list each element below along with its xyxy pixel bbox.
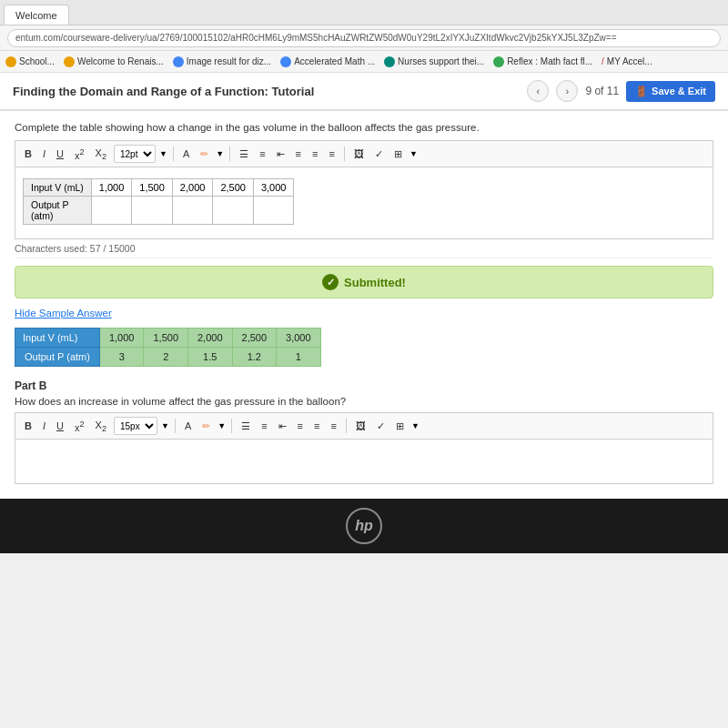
table-output-val-1[interactable] bbox=[91, 197, 132, 225]
toolbar-divider-3 bbox=[344, 147, 345, 161]
chars-used: Characters used: 57 / 15000 bbox=[15, 239, 713, 258]
align-right-button[interactable]: ≡ bbox=[325, 147, 338, 160]
bookmark-label-math: Accelerated Math ... bbox=[294, 56, 375, 66]
nav-next-icon: › bbox=[566, 86, 570, 96]
page-title: Finding the Domain and Range of a Functi… bbox=[13, 85, 314, 98]
bookmark-label-school: School... bbox=[19, 56, 55, 66]
bookmark-reflex[interactable]: Reflex : Math fact fl... bbox=[493, 56, 592, 67]
sample-output-3: 1.5 bbox=[188, 348, 233, 367]
font-size-select-a[interactable]: 12pt 14pt 16pt bbox=[114, 145, 156, 163]
sample-output-4: 1.2 bbox=[232, 348, 277, 367]
image-button[interactable]: 🖼 bbox=[350, 147, 368, 160]
part-b-divider-3 bbox=[346, 419, 347, 433]
part-b-bold-button[interactable]: B bbox=[21, 420, 35, 432]
nav-prev-button[interactable]: ‹ bbox=[527, 80, 549, 102]
toolbar-divider-1 bbox=[173, 147, 174, 161]
part-a-editor[interactable]: Input V (mL) 1,000 1,500 2,000 2,500 3,0… bbox=[15, 167, 713, 239]
part-b-toolbar: B I U x2 X2 15px 12px 14px 16px ▼ A ✏ ▼ … bbox=[15, 412, 713, 439]
bookmark-nurses[interactable]: Nurses support thei... bbox=[384, 56, 484, 67]
bookmark-school[interactable]: School... bbox=[5, 56, 55, 67]
part-b-dropdown-icon-3: ▼ bbox=[411, 421, 420, 430]
part-b-dropdown-icon: ▼ bbox=[161, 421, 169, 430]
table-output-val-3[interactable] bbox=[172, 197, 213, 225]
input-table: Input V (mL) 1,000 1,500 2,000 2,500 3,0… bbox=[23, 178, 294, 225]
sample-input-1: 1,000 bbox=[99, 329, 144, 348]
part-b-align-right-button[interactable]: ≡ bbox=[327, 420, 339, 432]
list-ordered-button[interactable]: ≡ bbox=[256, 147, 268, 160]
bookmark-welcome[interactable]: Welcome to Renais... bbox=[64, 56, 164, 67]
active-tab[interactable]: Welcome bbox=[4, 5, 69, 25]
toolbar-divider-2 bbox=[229, 147, 230, 161]
address-bar[interactable]: entum.com/courseware-delivery/ua/2769/10… bbox=[7, 29, 721, 47]
table-output-val-4[interactable] bbox=[213, 197, 254, 225]
table-input-val-5: 3,000 bbox=[253, 179, 294, 197]
part-b-italic-button[interactable]: I bbox=[39, 420, 49, 432]
part-b-subscript-button[interactable]: X2 bbox=[92, 419, 110, 434]
part-b-align-left-button[interactable]: ≡ bbox=[294, 420, 307, 432]
part-b-table-button[interactable]: ⊞ bbox=[392, 420, 408, 433]
part-b-superscript-button[interactable]: x2 bbox=[71, 419, 88, 434]
sample-input-4: 2,500 bbox=[232, 329, 277, 348]
table-input-val-2: 1,500 bbox=[132, 179, 173, 197]
part-b-check-button[interactable]: ✓ bbox=[373, 420, 389, 433]
bookmark-math[interactable]: Accelerated Math ... bbox=[280, 56, 375, 67]
bookmark-image[interactable]: Image result for diz... bbox=[173, 56, 271, 67]
save-exit-label: Save & Exit bbox=[652, 86, 706, 96]
table-button[interactable]: ⊞ bbox=[390, 147, 406, 161]
part-a-question: Complete the table showing how a change … bbox=[15, 111, 713, 140]
sample-input-3: 2,000 bbox=[188, 329, 233, 348]
part-b-image-button[interactable]: 🖼 bbox=[352, 420, 369, 432]
bookmark-label-accel: MY Accel... bbox=[607, 56, 652, 66]
sample-input-5: 3,000 bbox=[277, 329, 321, 348]
main-content: Complete the table showing how a change … bbox=[0, 111, 728, 499]
table-output-val-2[interactable] bbox=[132, 197, 173, 225]
hp-logo: hp bbox=[346, 508, 382, 544]
table-output-val-5[interactable] bbox=[253, 197, 294, 225]
bookmark-label-welcome: Welcome to Renais... bbox=[77, 56, 164, 66]
indent-button[interactable]: ⇤ bbox=[273, 147, 288, 161]
align-left-button[interactable]: ≡ bbox=[292, 147, 305, 160]
toolbar-dropdown-icon-3: ▼ bbox=[410, 149, 418, 158]
italic-button[interactable]: I bbox=[39, 147, 49, 160]
underline-button[interactable]: U bbox=[53, 147, 67, 160]
part-b-editor[interactable] bbox=[15, 439, 713, 484]
nav-next-button[interactable]: › bbox=[556, 80, 578, 102]
subscript-button[interactable]: X2 bbox=[92, 147, 110, 162]
bookmark-icon-school bbox=[5, 56, 16, 67]
part-b-highlight-button[interactable]: ✏ bbox=[198, 420, 214, 433]
part-b-dropdown-icon-2: ▼ bbox=[217, 421, 226, 430]
submitted-label: Submitted! bbox=[344, 276, 406, 289]
sample-output-2: 2 bbox=[144, 348, 188, 367]
list-unordered-button[interactable]: ☰ bbox=[236, 147, 252, 161]
bookmark-label-reflex: Reflex : Math fact fl... bbox=[507, 56, 592, 66]
highlight-button[interactable]: ✏ bbox=[197, 147, 212, 161]
bookmark-accel[interactable]: / MY Accel... bbox=[602, 56, 652, 66]
font-size-select-b[interactable]: 15px 12px 14px 16px bbox=[114, 417, 157, 435]
check-button[interactable]: ✓ bbox=[371, 147, 387, 161]
sample-answer-table: Input V (mL) 1,000 1,500 2,000 2,500 3,0… bbox=[15, 328, 321, 367]
hp-text: hp bbox=[355, 518, 373, 534]
hide-sample-answer-link[interactable]: Hide Sample Answer bbox=[15, 308, 713, 318]
toolbar-dropdown-icon: ▼ bbox=[159, 149, 167, 158]
part-b-indent-button[interactable]: ⇤ bbox=[275, 420, 290, 433]
bookmark-icon-reflex bbox=[493, 56, 504, 67]
part-b-list-ordered-button[interactable]: ≡ bbox=[258, 420, 270, 432]
bookmark-icon-nurses bbox=[384, 56, 395, 67]
table-input-val-1: 1,000 bbox=[91, 179, 132, 197]
save-exit-button[interactable]: 🚪 Save & Exit bbox=[626, 81, 715, 102]
part-b-list-button[interactable]: ☰ bbox=[238, 420, 254, 433]
part-b-font-color-button[interactable]: A bbox=[181, 420, 195, 432]
align-center-button[interactable]: ≡ bbox=[308, 147, 321, 160]
sample-output-5: 1 bbox=[277, 348, 321, 367]
superscript-button[interactable]: x2 bbox=[71, 147, 88, 162]
part-b-divider-2 bbox=[231, 419, 232, 433]
part-b-underline-button[interactable]: U bbox=[53, 420, 67, 432]
bookmark-icon-accel: / bbox=[602, 56, 604, 66]
bookmark-icon-math bbox=[280, 56, 291, 67]
part-b-align-center-button[interactable]: ≡ bbox=[310, 420, 323, 432]
header-controls: ‹ › 9 of 11 🚪 Save & Exit bbox=[527, 80, 715, 102]
bookmark-icon-image bbox=[173, 56, 184, 67]
bold-button[interactable]: B bbox=[21, 147, 35, 160]
font-color-button[interactable]: A bbox=[179, 147, 193, 160]
nav-prev-icon: ‹ bbox=[537, 86, 541, 96]
